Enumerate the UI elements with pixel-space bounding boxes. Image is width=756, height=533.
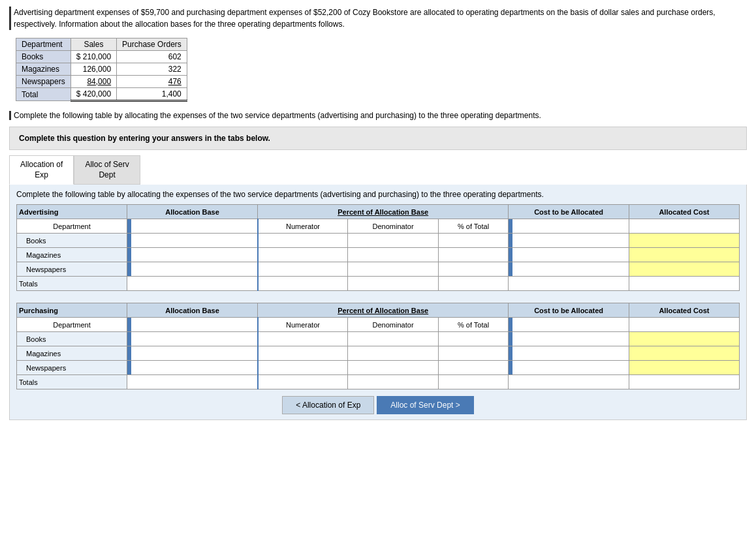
adv-cost-dept-input[interactable] <box>509 219 629 234</box>
pur-books-pct[interactable] <box>438 332 509 346</box>
adv-newspapers-denominator[interactable] <box>348 262 438 277</box>
pur-books-cost[interactable] <box>509 332 629 346</box>
adv-totals-numerator[interactable] <box>258 277 348 291</box>
adv-books-allocated[interactable] <box>629 234 739 248</box>
pur-cost-dept-field[interactable] <box>509 318 629 331</box>
pur-totals-cost[interactable] <box>509 375 629 389</box>
adv-totals-numerator-field[interactable] <box>259 277 348 290</box>
pur-magazines-allocated[interactable] <box>629 346 739 361</box>
adv-books-cost[interactable] <box>509 234 629 248</box>
adv-totals-denominator[interactable] <box>348 277 438 291</box>
pur-magazines-alloc-base-field[interactable] <box>127 346 257 360</box>
pur-magazines-denominator-field[interactable] <box>348 346 437 360</box>
adv-totals-cost[interactable] <box>509 277 629 291</box>
pur-magazines-denominator[interactable] <box>348 346 438 361</box>
pur-books-denominator-field[interactable] <box>348 332 437 346</box>
pur-books-numerator-field[interactable] <box>259 332 348 346</box>
pur-magazines-alloc-base[interactable] <box>127 346 258 361</box>
adv-totals-allocated-field[interactable] <box>629 277 739 290</box>
pur-newspapers-allocated-field[interactable] <box>629 361 739 374</box>
pur-newspapers-allocated[interactable] <box>629 361 739 375</box>
pur-totals-numerator-field[interactable] <box>259 375 348 389</box>
adv-totals-denominator-field[interactable] <box>348 277 437 290</box>
pur-newspapers-cost-field[interactable] <box>509 361 629 374</box>
pur-books-denominator[interactable] <box>348 332 438 346</box>
adv-cost-dept-field[interactable] <box>509 219 629 233</box>
adv-allocated-dept-field[interactable] <box>629 219 739 233</box>
adv-totals-alloc-base-field[interactable] <box>127 277 257 290</box>
pur-magazines-cost[interactable] <box>509 346 629 361</box>
pur-newspapers-pct-field[interactable] <box>439 361 509 374</box>
pur-cost-dept-input[interactable] <box>509 318 629 332</box>
pur-newspapers-pct[interactable] <box>438 361 509 375</box>
pur-totals-alloc-base[interactable] <box>127 375 258 389</box>
adv-newspapers-cost-field[interactable] <box>509 262 629 276</box>
pur-newspapers-cost[interactable] <box>509 361 629 375</box>
next-button[interactable]: Alloc of Serv Dept > <box>377 396 473 414</box>
adv-magazines-numerator-field[interactable] <box>259 248 348 262</box>
pur-newspapers-numerator[interactable] <box>258 361 348 375</box>
adv-newspapers-pct[interactable] <box>438 262 509 277</box>
tab-allocation-exp[interactable]: Allocation ofExp <box>9 155 74 185</box>
pur-magazines-pct[interactable] <box>438 346 509 361</box>
adv-newspapers-allocated[interactable] <box>629 262 739 277</box>
pur-newspapers-alloc-base-field[interactable] <box>127 361 257 374</box>
pur-magazines-numerator[interactable] <box>258 346 348 361</box>
pur-books-cost-field[interactable] <box>509 332 629 346</box>
pur-magazines-numerator-field[interactable] <box>259 346 348 360</box>
adv-newspapers-allocated-field[interactable] <box>629 262 739 276</box>
adv-magazines-pct[interactable] <box>438 248 509 262</box>
adv-newspapers-denominator-field[interactable] <box>348 262 437 276</box>
adv-books-denominator-field[interactable] <box>348 234 437 247</box>
pur-books-alloc-base[interactable] <box>127 332 258 346</box>
adv-totals-cost-field[interactable] <box>509 277 629 290</box>
adv-totals-allocated[interactable] <box>629 277 739 291</box>
adv-alloc-base-dept-field[interactable] <box>127 219 257 233</box>
adv-magazines-denominator[interactable] <box>348 248 438 262</box>
prev-button[interactable]: < Allocation of Exp <box>282 396 374 414</box>
pur-allocated-dept-field[interactable] <box>629 318 739 331</box>
adv-newspapers-cost[interactable] <box>509 262 629 277</box>
adv-books-numerator-field[interactable] <box>259 234 348 247</box>
adv-magazines-cost[interactable] <box>509 248 629 262</box>
pur-totals-allocated[interactable] <box>629 375 739 389</box>
adv-magazines-cost-field[interactable] <box>509 248 629 262</box>
adv-magazines-alloc-base-field[interactable] <box>127 248 257 262</box>
pur-books-allocated-field[interactable] <box>629 332 739 346</box>
pur-newspapers-denominator-field[interactable] <box>348 361 437 374</box>
adv-totals-pct-field[interactable] <box>439 277 509 290</box>
adv-allocated-dept-input[interactable] <box>629 219 739 234</box>
adv-books-pct[interactable] <box>438 234 509 248</box>
adv-newspapers-alloc-base[interactable] <box>127 262 258 277</box>
pur-magazines-pct-field[interactable] <box>439 346 509 360</box>
adv-books-denominator[interactable] <box>348 234 438 248</box>
adv-magazines-alloc-base[interactable] <box>127 248 258 262</box>
pur-alloc-base-dept-field[interactable] <box>127 318 257 331</box>
pur-alloc-base-dept-input[interactable] <box>127 318 258 332</box>
pur-totals-denominator[interactable] <box>348 375 438 389</box>
adv-alloc-base-dept-input[interactable] <box>127 219 258 234</box>
adv-newspapers-numerator-field[interactable] <box>259 262 348 276</box>
pur-books-numerator[interactable] <box>258 332 348 346</box>
tab-alloc-serv-dept[interactable]: Alloc of ServDept <box>74 155 140 185</box>
adv-magazines-allocated-field[interactable] <box>629 248 739 262</box>
adv-newspapers-numerator[interactable] <box>258 262 348 277</box>
adv-books-pct-field[interactable] <box>439 234 509 247</box>
adv-magazines-numerator[interactable] <box>258 248 348 262</box>
pur-totals-pct-field[interactable] <box>439 375 509 389</box>
adv-books-alloc-base-field[interactable] <box>127 234 257 247</box>
adv-magazines-allocated[interactable] <box>629 248 739 262</box>
pur-totals-alloc-base-field[interactable] <box>127 375 257 389</box>
adv-totals-alloc-base[interactable] <box>127 277 258 291</box>
adv-totals-pct[interactable] <box>438 277 509 291</box>
pur-books-alloc-base-field[interactable] <box>127 332 257 346</box>
pur-totals-denominator-field[interactable] <box>348 375 437 389</box>
adv-newspapers-pct-field[interactable] <box>439 262 509 276</box>
pur-totals-cost-field[interactable] <box>509 375 629 389</box>
adv-books-alloc-base[interactable] <box>127 234 258 248</box>
adv-books-allocated-field[interactable] <box>629 234 739 247</box>
adv-newspapers-alloc-base-field[interactable] <box>127 262 257 276</box>
adv-magazines-denominator-field[interactable] <box>348 248 437 262</box>
pur-magazines-cost-field[interactable] <box>509 346 629 360</box>
pur-totals-pct[interactable] <box>438 375 509 389</box>
